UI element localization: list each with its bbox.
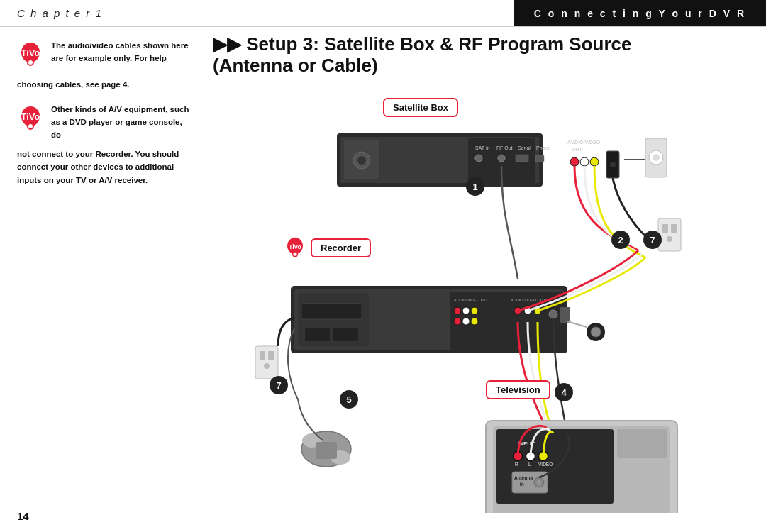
- svg-text:TiVo: TiVo: [21, 111, 40, 122]
- svg-rect-44: [333, 328, 358, 341]
- svg-text:OUT: OUT: [572, 147, 583, 152]
- page-header: C h a p t e r 1 C o n n e c t i n g Y o …: [0, 0, 766, 27]
- svg-rect-61: [268, 351, 274, 360]
- svg-point-12: [357, 156, 366, 165]
- svg-point-18: [475, 155, 482, 162]
- svg-text:7: 7: [650, 235, 655, 245]
- svg-rect-20: [516, 155, 528, 162]
- svg-text:SAT In: SAT In: [475, 145, 490, 150]
- svg-text:4: 4: [561, 387, 567, 398]
- main-content: TiVo The audio/video cables shown here a…: [0, 27, 766, 532]
- svg-point-7: [28, 124, 33, 128]
- svg-text:5: 5: [346, 394, 351, 405]
- svg-text:AUDIO/VIDEO: AUDIO/VIDEO: [567, 140, 601, 145]
- svg-text:Phone: Phone: [536, 145, 550, 150]
- setup-title-text: Setup 3: Satellite Box & RF Program Sour…: [213, 33, 631, 76]
- svg-point-28: [610, 162, 616, 167]
- svg-point-62: [264, 363, 270, 369]
- satellite-box-label: Satellite Box: [383, 98, 458, 117]
- svg-text:VIDEO: VIDEO: [538, 462, 553, 467]
- svg-rect-42: [301, 304, 362, 319]
- note-block-2: TiVo Other kinds of A/V equipment, such …: [17, 104, 192, 141]
- svg-point-19: [498, 155, 505, 162]
- recorder-label: Recorder: [311, 238, 371, 257]
- right-panel: ▶▶ Setup 3: Satellite Box & RF Program S…: [206, 27, 766, 532]
- svg-point-97: [591, 327, 601, 337]
- connecting-dvr-title: C o n n e c t i n g Y o u r D V R: [514, 0, 766, 26]
- svg-rect-43: [305, 328, 330, 341]
- svg-text:AUDIO VIDEO IN/2: AUDIO VIDEO IN/2: [454, 298, 488, 302]
- svg-text:TiVo: TiVo: [21, 48, 40, 58]
- note-block-1: TiVo The audio/video cables shown here a…: [17, 40, 192, 68]
- svg-point-52: [462, 318, 470, 325]
- svg-point-26: [590, 157, 599, 166]
- svg-point-57: [549, 310, 557, 318]
- svg-text:2: 2: [618, 235, 623, 245]
- svg-point-24: [570, 157, 579, 166]
- svg-point-82: [537, 480, 541, 484]
- svg-point-48: [454, 307, 461, 314]
- svg-text:In: In: [520, 482, 524, 487]
- svg-point-50: [471, 307, 478, 314]
- svg-point-49: [462, 307, 470, 314]
- svg-text:R: R: [515, 462, 518, 467]
- recorder-label-container: TiVo Recorder: [284, 236, 371, 259]
- television-label: Television: [486, 380, 550, 399]
- svg-text:RF Out: RF Out: [496, 145, 513, 150]
- chapter-label: C h a p t e r 1: [0, 7, 120, 19]
- svg-text:TiVo: TiVo: [289, 243, 301, 250]
- svg-line-98: [567, 321, 587, 327]
- svg-text:Antenna: Antenna: [514, 475, 533, 480]
- svg-rect-70: [617, 429, 667, 458]
- tivo-icon-recorder: TiVo: [284, 236, 306, 259]
- svg-text:7: 7: [276, 380, 281, 391]
- setup-title: ▶▶ Setup 3: Satellite Box & RF Program S…: [206, 34, 759, 77]
- diagram-svg: SAT In RF Out Serial Phone AUDIO/VIDEO O…: [213, 94, 745, 513]
- note-2-continued: not connect to your Recorder. You should…: [17, 148, 192, 187]
- svg-rect-34: [662, 224, 668, 233]
- svg-rect-21: [535, 155, 544, 162]
- svg-text:1: 1: [472, 182, 477, 192]
- svg-text:Serial: Serial: [518, 145, 531, 150]
- svg-point-102: [293, 253, 296, 256]
- svg-rect-58: [560, 307, 570, 323]
- svg-rect-59: [255, 346, 278, 379]
- left-panel: TiVo The audio/video cables shown here a…: [0, 27, 206, 532]
- tivo-logo-1: TiVo: [17, 41, 44, 68]
- page-number: 14: [17, 510, 29, 522]
- svg-point-31: [653, 154, 660, 161]
- svg-point-36: [667, 236, 672, 242]
- svg-rect-35: [671, 224, 677, 233]
- svg-point-51: [454, 318, 461, 325]
- svg-point-3: [28, 60, 33, 65]
- svg-rect-60: [260, 351, 265, 360]
- note-2-text: Other kinds of A/V equipment, such as a …: [51, 104, 192, 141]
- note-1-text: The audio/video cables shown here are fo…: [51, 40, 192, 65]
- svg-point-25: [580, 157, 589, 166]
- tivo-logo-2: TiVo: [17, 105, 44, 132]
- svg-rect-33: [658, 218, 681, 251]
- svg-rect-66: [316, 442, 337, 459]
- note-1-continued: choosing cables, see page 4.: [17, 78, 192, 91]
- svg-point-53: [471, 318, 478, 325]
- svg-text:L: L: [528, 462, 531, 467]
- setup-arrow: ▶▶: [213, 33, 246, 55]
